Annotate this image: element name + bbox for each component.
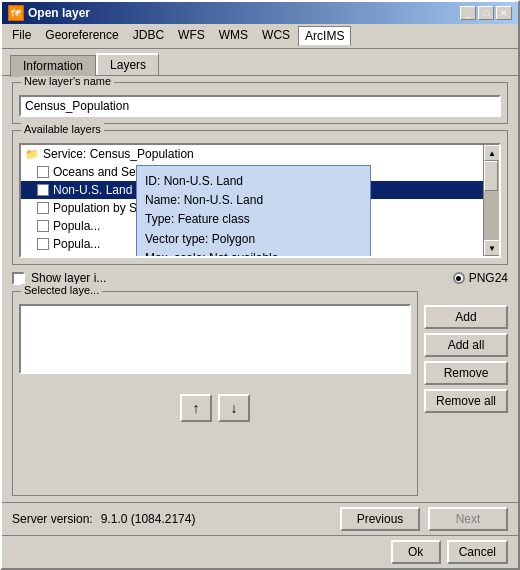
selected-layers-label: Selected laye... [21, 284, 102, 296]
maximize-button[interactable]: □ [478, 6, 494, 20]
menu-file[interactable]: File [6, 26, 37, 46]
menu-jdbc[interactable]: JDBC [127, 26, 170, 46]
action-buttons: Add Add all Remove Remove all [424, 291, 508, 496]
tooltip-name: Name: Non-U.S. Land [145, 191, 362, 210]
png24-radio[interactable] [453, 272, 465, 284]
server-version: 9.1.0 (1084.2174) [101, 512, 332, 526]
show-layer-label: Show layer i... [31, 271, 106, 285]
layer-tooltip: ID: Non-U.S. Land Name: Non-U.S. Land Ty… [136, 165, 371, 258]
page-icon [37, 202, 49, 214]
list-item-text: Service: Census_Population [43, 147, 194, 161]
show-layer-checkbox[interactable] [12, 272, 25, 285]
title-bar: 🗺 Open layer _ □ ✕ [2, 2, 518, 24]
ok-button[interactable]: Ok [391, 540, 441, 564]
available-layers-list[interactable]: 📁 Service: Census_Population Oceans and … [19, 143, 501, 258]
menu-wms[interactable]: WMS [213, 26, 254, 46]
available-layers-label: Available layers [21, 123, 104, 135]
list-item-text: Popula... [53, 237, 100, 251]
next-button[interactable]: Next [428, 507, 508, 531]
window-icon: 🗺 [8, 5, 24, 21]
previous-button[interactable]: Previous [340, 507, 420, 531]
add-all-button[interactable]: Add all [424, 333, 508, 357]
menu-wfs[interactable]: WFS [172, 26, 211, 46]
selected-layers-group: Selected laye... ↑ ↓ [12, 291, 418, 496]
selected-layers-list[interactable] [19, 304, 411, 374]
menu-georeference[interactable]: Georeference [39, 26, 124, 46]
add-button[interactable]: Add [424, 305, 508, 329]
available-layers-group: Available layers 📁 Service: Census_Popul… [12, 130, 508, 265]
show-layer-row: Show layer i... PNG24 [12, 271, 508, 285]
menu-wcs[interactable]: WCS [256, 26, 296, 46]
new-layer-name-label: New layer's name [21, 75, 114, 87]
new-layer-name-group: New layer's name [12, 82, 508, 124]
scroll-up-button[interactable]: ▲ [484, 145, 500, 161]
scroll-down-button[interactable]: ▼ [484, 240, 500, 256]
close-button[interactable]: ✕ [496, 6, 512, 20]
png24-row: PNG24 [453, 271, 508, 285]
remove-button[interactable]: Remove [424, 361, 508, 385]
tabs-row: Information Layers [2, 49, 518, 75]
list-item-text: Non-U.S. Land [53, 183, 132, 197]
main-content: New layer's name Available layers 📁 Serv… [2, 75, 518, 502]
selected-layers-section: Selected laye... ↑ ↓ Add Add all Remove … [12, 291, 508, 496]
page-icon [37, 166, 49, 178]
menu-arcims[interactable]: ArcIMS [298, 26, 351, 46]
window-title: Open layer [28, 6, 90, 20]
cancel-button[interactable]: Cancel [447, 540, 508, 564]
page-icon [37, 220, 49, 232]
menu-bar: File Georeference JDBC WFS WMS WCS ArcIM… [2, 24, 518, 49]
list-item-text: Popula... [53, 219, 100, 233]
main-window: 🗺 Open layer _ □ ✕ File Georeference JDB… [0, 0, 520, 570]
move-up-button[interactable]: ↑ [180, 394, 212, 422]
bottom-bar: Server version: 9.1.0 (1084.2174) Previo… [2, 502, 518, 535]
scroll-thumb[interactable] [484, 161, 498, 191]
footer-bar: Ok Cancel [2, 535, 518, 568]
server-label: Server version: [12, 512, 93, 526]
scrollbar[interactable]: ▲ ▼ [483, 145, 499, 256]
tooltip-max-scale: Max. scale: Not available [145, 249, 362, 258]
png24-label: PNG24 [469, 271, 508, 285]
page-icon [37, 238, 49, 250]
tooltip-type: Type: Feature class [145, 210, 362, 229]
list-item-text: Oceans and Seas [53, 165, 148, 179]
new-layer-name-input[interactable] [19, 95, 501, 117]
scroll-track[interactable] [484, 161, 499, 240]
tab-information[interactable]: Information [10, 55, 96, 77]
move-down-button[interactable]: ↓ [218, 394, 250, 422]
remove-all-button[interactable]: Remove all [424, 389, 508, 413]
tooltip-vector-type: Vector type: Polygon [145, 230, 362, 249]
tab-layers[interactable]: Layers [96, 53, 159, 75]
folder-icon: 📁 [25, 148, 39, 161]
page-icon [37, 184, 49, 196]
minimize-button[interactable]: _ [460, 6, 476, 20]
list-item[interactable]: 📁 Service: Census_Population [21, 145, 499, 163]
radio-inner [456, 276, 461, 281]
tooltip-id: ID: Non-U.S. Land [145, 172, 362, 191]
